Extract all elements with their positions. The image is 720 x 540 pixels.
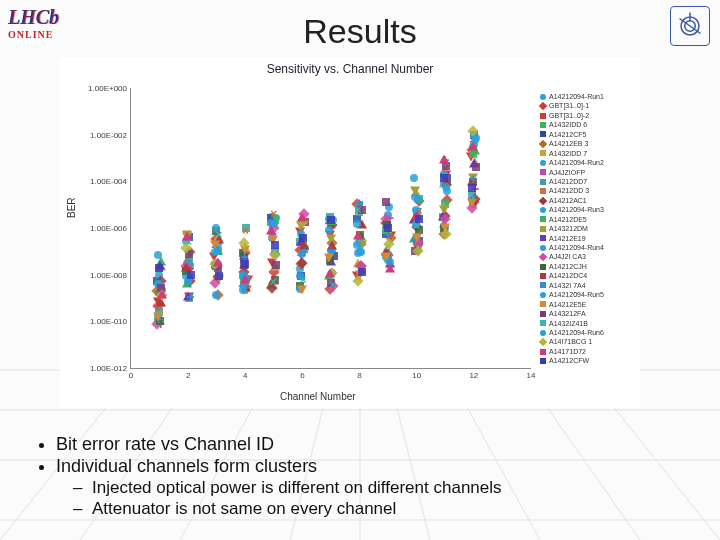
chart-point	[240, 274, 250, 283]
chart-point	[215, 272, 223, 280]
legend-marker-icon	[540, 292, 546, 298]
chart-point	[241, 260, 249, 268]
legend-label: A1432IDD 6	[549, 120, 587, 129]
legend-item: A14212094-Run5	[540, 290, 636, 299]
chart-point	[410, 174, 418, 182]
legend-label: A14212DE5	[549, 215, 587, 224]
chart-point	[414, 195, 422, 203]
chart-point	[468, 184, 476, 192]
legend-marker-icon	[540, 131, 546, 137]
legend-label: A14171D72	[549, 347, 586, 356]
legend-item: A14212094-Run6	[540, 328, 636, 337]
chart-ytick: 1.00E-010	[90, 317, 131, 326]
legend-label: A14212E5E	[549, 300, 586, 309]
legend-label: A14212EB 3	[549, 139, 588, 148]
legend-item: A14212EB 3	[540, 139, 636, 148]
legend-marker-icon	[540, 311, 546, 317]
legend-item: A14212E19	[540, 234, 636, 243]
legend-item: A14212DD 3	[540, 186, 636, 195]
legend-label: A14212DD 3	[549, 186, 589, 195]
chart-xtick: 10	[412, 368, 421, 380]
legend-item: A1432IDD 7	[540, 149, 636, 158]
legend-label: A1432IZ41B	[549, 319, 588, 328]
legend-item: A14212CFW	[540, 356, 636, 365]
chart-point	[327, 216, 335, 224]
chart-xtick: 0	[129, 368, 133, 380]
chart-ytick: 1.00E-002	[90, 130, 131, 139]
legend-marker-icon	[539, 102, 547, 110]
legend-label: A14212CFW	[549, 356, 589, 365]
chart-xtick: 2	[186, 368, 190, 380]
legend-label: A14212094-Run4	[549, 243, 604, 252]
chart-point	[299, 234, 307, 242]
chart-point	[297, 286, 307, 295]
chart-point	[154, 251, 162, 259]
legend-item: A1432IZ41B	[540, 319, 636, 328]
chart-point: ×	[470, 194, 477, 202]
chart-point: ×	[242, 227, 249, 235]
chart-point	[353, 230, 363, 239]
chart-point: ×	[355, 206, 362, 214]
chart-point	[415, 215, 423, 223]
chart-point	[442, 183, 450, 191]
legend-marker-icon	[540, 245, 546, 251]
chart-point	[211, 248, 219, 256]
legend-marker-icon	[540, 160, 546, 166]
legend-item: A14212AC1	[540, 196, 636, 205]
chart-point	[382, 198, 390, 206]
legend-marker-icon	[540, 235, 546, 241]
legend-item: A14212CF5	[540, 130, 636, 139]
chart-point	[213, 258, 223, 267]
legend-item: AJ4J2I CA3	[540, 252, 636, 261]
chart-point	[412, 233, 422, 242]
chart-point: ×	[215, 231, 222, 239]
chart-point: +	[187, 293, 195, 301]
legend-marker-icon	[540, 273, 546, 279]
chart-xtick: 14	[527, 368, 536, 380]
chart-point	[155, 264, 163, 272]
legend-label: A14212094-Run2	[549, 158, 604, 167]
chart-point	[384, 224, 392, 232]
legend-label: AJ4J2I CA3	[549, 252, 586, 261]
legend-label: A14212DD7	[549, 177, 587, 186]
chart-point	[271, 241, 279, 249]
chart-point: ×	[270, 278, 277, 286]
legend-marker-icon	[540, 169, 546, 175]
legend-marker-icon	[540, 150, 546, 156]
chart-xtick: 8	[357, 368, 361, 380]
chart-point	[325, 226, 333, 234]
legend-marker-icon	[540, 226, 546, 232]
legend-marker-icon	[539, 338, 547, 346]
chart-ytick: 1.00E-004	[90, 177, 131, 186]
chart-ytick: 1.00E+000	[88, 84, 131, 93]
chart-ytick: 1.00E-006	[90, 224, 131, 233]
chart-point	[157, 290, 167, 299]
legend-item: A1432I 7A4	[540, 281, 636, 290]
legend-item: A14212CJH	[540, 262, 636, 271]
legend-marker-icon	[540, 216, 546, 222]
bullet-item: Individual channels form clusters	[56, 456, 502, 477]
page-title: Results	[0, 12, 720, 51]
legend-item: A14212094-Run3	[540, 205, 636, 214]
legend-item: A14212DC4	[540, 271, 636, 280]
legend-marker-icon	[539, 140, 547, 148]
chart-ytick: 1.00E-012	[90, 364, 131, 373]
legend-label: A143212DM	[549, 224, 588, 233]
chart-point	[469, 150, 477, 158]
legend-marker-icon	[540, 188, 546, 194]
legend-label: A14I71BCG 1	[549, 337, 592, 346]
legend-item: A143212FA	[540, 309, 636, 318]
sub-bullet-item: Injected optical power is different on d…	[92, 478, 502, 498]
chart-point: ×	[329, 281, 336, 289]
legend-label: A14212DC4	[549, 271, 587, 280]
sub-bullet-item: Attenuator is not same on every channel	[92, 499, 502, 519]
chart-point	[439, 154, 449, 163]
legend-marker-icon	[540, 282, 546, 288]
legend-label: A14212E19	[549, 234, 586, 243]
legend-item: A14212094-Run1	[540, 92, 636, 101]
legend-marker-icon	[539, 253, 547, 261]
chart-point: +	[300, 248, 308, 256]
chart-point	[440, 174, 448, 182]
legend-marker-icon	[540, 301, 546, 307]
legend-label: A14212094-Run5	[549, 290, 604, 299]
